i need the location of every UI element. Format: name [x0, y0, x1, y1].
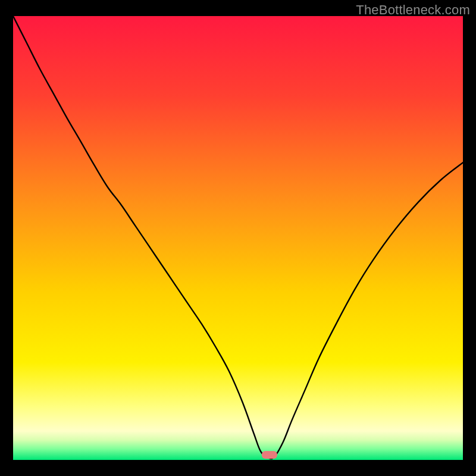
- bottleneck-chart: [13, 16, 463, 460]
- gradient-background: [13, 16, 463, 460]
- chart-frame: TheBottleneck.com: [0, 0, 476, 476]
- optimal-marker: [262, 451, 277, 459]
